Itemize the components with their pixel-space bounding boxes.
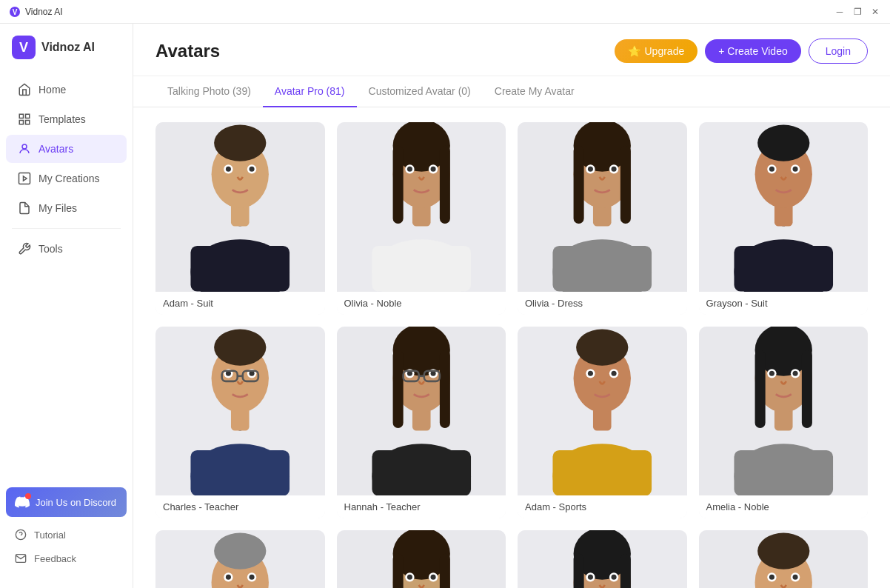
- creations-icon: [18, 172, 31, 185]
- svg-point-89: [588, 370, 593, 375]
- upgrade-star-icon: ⭐: [628, 45, 640, 57]
- avatar-card[interactable]: Adam - Suit: [155, 122, 325, 315]
- avatar-grid-container[interactable]: Adam - Suit Olivia - Noble: [133, 107, 890, 588]
- sidebar-item-avatars-label: Avatars: [39, 143, 73, 155]
- sidebar-divider: [12, 228, 121, 229]
- avatar-card[interactable]: Hannah - Teacher: [337, 327, 506, 519]
- avatar-card[interactable]: Amelia - Office: [337, 530, 506, 588]
- close-icon[interactable]: ✕: [869, 6, 881, 18]
- avatar-image: [518, 327, 687, 496]
- login-button[interactable]: Login: [809, 39, 868, 64]
- avatar-image: [155, 530, 325, 588]
- svg-point-100: [769, 370, 774, 375]
- sidebar-logo: V Vidnoz AI: [0, 36, 133, 74]
- sidebar-item-feedback[interactable]: Feedback: [6, 547, 127, 570]
- svg-rect-96: [755, 350, 765, 427]
- title-bar-controls[interactable]: ─ ❐ ✕: [834, 6, 881, 18]
- svg-rect-28: [392, 146, 403, 224]
- avatar-card[interactable]: Harper - Host: [518, 530, 687, 588]
- svg-point-22: [250, 167, 255, 172]
- avatar-name-label: Olivia - Dress: [518, 292, 687, 315]
- feedback-icon: [15, 552, 27, 564]
- tutorial-icon: [15, 529, 27, 541]
- avatar-image: [337, 122, 506, 292]
- title-bar-left: V Vidnoz AI: [9, 6, 62, 18]
- svg-point-86: [576, 329, 628, 365]
- svg-rect-6: [19, 121, 23, 124]
- svg-rect-92: [734, 450, 833, 495]
- avatar-name-label: Hannah - Teacher: [337, 495, 506, 518]
- avatar-image: [699, 122, 869, 292]
- sidebar-item-avatars[interactable]: Avatars: [6, 135, 127, 163]
- svg-rect-35: [552, 246, 652, 292]
- tab-customized-avatar[interactable]: Customized Avatar (0): [357, 76, 483, 107]
- discord-button[interactable]: Join Us on Discord: [6, 487, 127, 517]
- avatar-image: [155, 327, 325, 496]
- svg-text:V: V: [19, 40, 28, 55]
- avatar-card[interactable]: Mason - Suit: [155, 530, 325, 588]
- create-label: + Create Video: [718, 45, 788, 57]
- discord-label: Join Us on Discord: [36, 497, 116, 508]
- login-label: Login: [826, 45, 851, 57]
- sidebar-item-my-creations[interactable]: My Creations: [6, 164, 127, 193]
- avatar-card[interactable]: Grayson - Suit: [699, 122, 869, 315]
- svg-rect-24: [372, 246, 471, 292]
- title-bar: V Vidnoz AI ─ ❐ ✕: [0, 0, 890, 24]
- sidebar-item-tools[interactable]: Tools: [6, 235, 127, 263]
- svg-rect-39: [574, 146, 584, 224]
- minimize-icon[interactable]: ─: [834, 6, 846, 18]
- svg-point-60: [214, 329, 266, 365]
- svg-rect-56: [190, 450, 290, 495]
- sidebar-item-home-label: Home: [39, 84, 66, 96]
- discord-notification-dot: [25, 493, 31, 499]
- avatar-card[interactable]: Charles - Teacher: [155, 327, 325, 519]
- sidebar-item-my-files[interactable]: My Files: [6, 194, 127, 222]
- svg-rect-7: [26, 121, 30, 124]
- sidebar-item-files-label: My Files: [39, 202, 77, 214]
- svg-text:V: V: [13, 8, 18, 16]
- tab-create-my-avatar[interactable]: Create My Avatar: [483, 76, 586, 107]
- svg-point-33: [430, 167, 435, 172]
- sidebar-item-tutorial[interactable]: Tutorial: [6, 523, 127, 547]
- svg-rect-83: [552, 450, 652, 495]
- svg-point-111: [250, 575, 255, 580]
- files-icon: [18, 201, 31, 215]
- avatar-image: [699, 530, 869, 588]
- maximize-icon[interactable]: ❐: [851, 6, 863, 18]
- create-video-button[interactable]: + Create Video: [705, 39, 801, 63]
- header-actions: ⭐ Upgrade + Create Video Login: [615, 39, 869, 64]
- svg-rect-46: [734, 246, 833, 292]
- app-logo-icon: V: [9, 6, 21, 18]
- svg-point-133: [612, 575, 617, 580]
- svg-rect-128: [574, 554, 584, 588]
- sidebar-item-templates[interactable]: Templates: [6, 105, 127, 133]
- svg-rect-9: [19, 173, 30, 184]
- tab-avatar-pro[interactable]: Avatar Pro (81): [263, 76, 357, 107]
- svg-point-132: [588, 575, 593, 580]
- svg-point-142: [769, 575, 774, 580]
- sidebar-item-home[interactable]: Home: [6, 76, 127, 104]
- avatar-card[interactable]: Adam - Vlogger: [699, 530, 869, 588]
- avatar-card[interactable]: Amelia - Noble: [699, 327, 869, 519]
- sidebar-nav: Home Templates Avatars My Creations: [0, 74, 133, 481]
- svg-point-32: [406, 167, 412, 172]
- svg-point-101: [792, 370, 797, 375]
- main-header: Avatars ⭐ Upgrade + Create Video Login: [133, 24, 890, 76]
- tutorial-label: Tutorial: [34, 529, 66, 541]
- avatar-name-label: Adam - Sports: [518, 495, 687, 518]
- svg-point-21: [226, 167, 231, 172]
- tabs-bar: Talking Photo (39) Avatar Pro (81) Custo…: [133, 76, 890, 107]
- avatar-card[interactable]: Adam - Sports: [518, 327, 687, 519]
- upgrade-button[interactable]: ⭐ Upgrade: [615, 39, 698, 63]
- svg-marker-10: [24, 176, 27, 181]
- tools-icon: [18, 242, 31, 255]
- svg-rect-118: [439, 554, 449, 588]
- avatar-card[interactable]: Olivia - Noble: [337, 122, 506, 315]
- avatar-image: [518, 530, 687, 588]
- avatar-name-label: Amelia - Noble: [699, 495, 869, 518]
- avatar-card[interactable]: Olivia - Dress: [518, 122, 687, 315]
- avatar-name-label: Adam - Suit: [155, 292, 325, 315]
- tab-talking-photo[interactable]: Talking Photo (39): [155, 76, 263, 107]
- svg-point-44: [612, 167, 617, 172]
- sidebar-item-creations-label: My Creations: [39, 173, 99, 184]
